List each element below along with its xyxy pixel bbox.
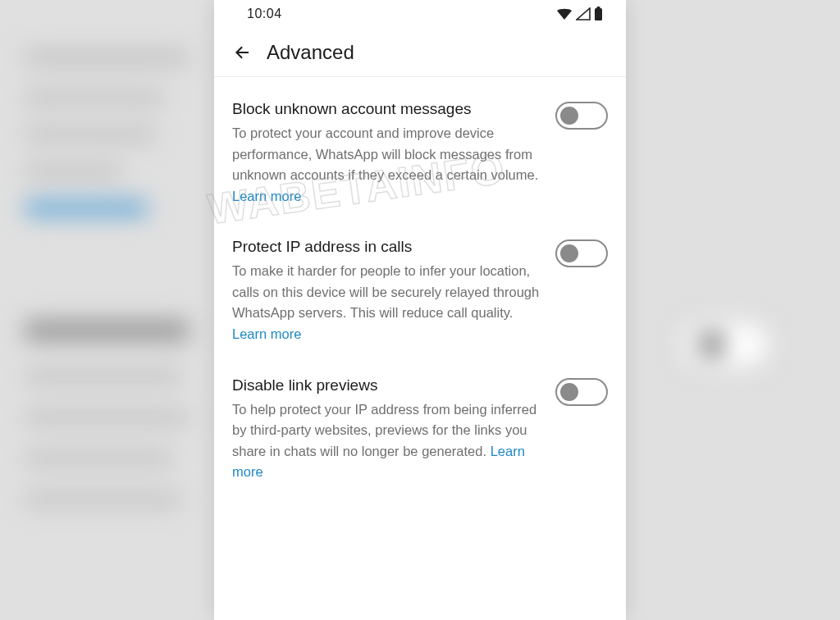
svg-rect-1 <box>597 7 600 8</box>
setting-title: Block unknown account messages <box>232 100 542 118</box>
setting-protect-ip[interactable]: Protect IP address in calls To make it h… <box>214 221 626 359</box>
toggle-knob <box>560 107 578 125</box>
setting-description: To make it harder for people to infer yo… <box>232 261 542 344</box>
setting-title: Protect IP address in calls <box>232 238 542 256</box>
status-icons <box>556 7 603 21</box>
toggle-protect-ip[interactable] <box>555 239 608 267</box>
arrow-left-icon <box>232 43 252 62</box>
setting-block-unknown-messages[interactable]: Block unknown account messages To protec… <box>214 84 626 221</box>
wifi-icon <box>556 7 573 21</box>
setting-description: To protect your account and improve devi… <box>232 123 542 207</box>
app-bar: Advanced <box>214 28 626 77</box>
back-button[interactable] <box>222 33 262 72</box>
phone-frame: 10:04 Advanced Block unknown account mes… <box>214 0 626 620</box>
setting-title: Disable link previews <box>232 376 542 394</box>
cell-signal-icon <box>576 7 591 21</box>
toggle-block-unknown[interactable] <box>555 102 608 130</box>
status-bar: 10:04 <box>214 0 626 28</box>
battery-icon <box>594 7 603 21</box>
status-time: 10:04 <box>247 7 282 21</box>
toggle-disable-previews[interactable] <box>555 378 608 406</box>
learn-more-link[interactable]: Learn more <box>232 326 301 341</box>
page-title: Advanced <box>267 41 354 64</box>
settings-list[interactable]: Block unknown account messages To protec… <box>214 77 626 620</box>
setting-disable-link-previews[interactable]: Disable link previews To help protect yo… <box>214 360 626 498</box>
setting-description: To help protect your IP address from bei… <box>232 399 542 483</box>
learn-more-link[interactable]: Learn more <box>232 189 301 203</box>
svg-rect-0 <box>595 8 602 21</box>
toggle-knob <box>560 383 578 401</box>
toggle-knob <box>560 244 578 262</box>
